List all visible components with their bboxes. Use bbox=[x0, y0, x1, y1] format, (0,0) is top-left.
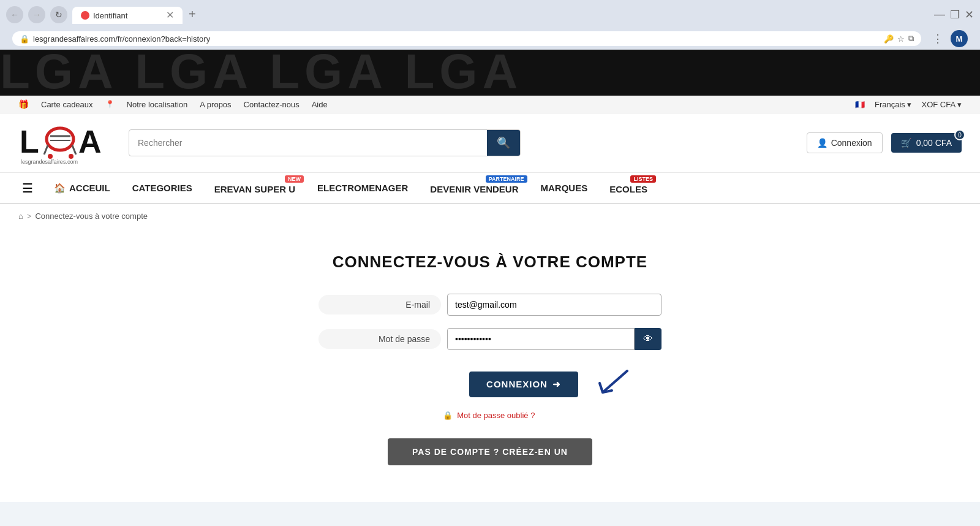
listes-badge: LISTES bbox=[630, 175, 656, 183]
forgot-password-text: Mot de passe oublié ? bbox=[457, 411, 535, 420]
create-account-button[interactable]: PAS DE COMPTE ? CRÉEZ-EN UN bbox=[388, 438, 592, 465]
tab-favicon bbox=[81, 11, 89, 20]
connexion-submit-row: CONNEXION ➜ bbox=[441, 365, 662, 403]
close-button[interactable]: ✕ bbox=[965, 8, 974, 21]
password-label: Mot de passe bbox=[318, 329, 441, 349]
login-section: CONNECTEZ-VOUS À VOTRE COMPTE E-mail Mot… bbox=[0, 228, 980, 502]
star-icon[interactable]: ☆ bbox=[897, 34, 905, 44]
nav-bar: ☰ 🏠 ACCEUIL CATEGORIES NEW EREVAN SUPER … bbox=[0, 173, 980, 204]
extensions-icon[interactable]: ⧉ bbox=[908, 34, 914, 44]
svg-text:A: A bbox=[78, 124, 102, 159]
lock-small-icon: 🔒 bbox=[443, 411, 453, 420]
svg-point-5 bbox=[69, 154, 74, 159]
home-breadcrumb[interactable]: ⌂ bbox=[18, 212, 23, 221]
logo-subtitle: lesgrandesaffaires.com bbox=[21, 159, 78, 165]
url-text[interactable]: lesgrandesaffaires.com/fr/connexion?back… bbox=[33, 34, 210, 44]
tab-close-button[interactable]: ✕ bbox=[166, 10, 174, 20]
currency-selector[interactable]: XOF CFA ▾ bbox=[921, 100, 962, 109]
refresh-button[interactable]: ↻ bbox=[50, 6, 67, 23]
address-bar[interactable]: 🔒 lesgrandesaffaires.com/fr/connexion?ba… bbox=[12, 31, 921, 46]
contact-link[interactable]: Contactez-nous bbox=[244, 100, 300, 109]
top-bar-right: 🇫🇷 Français ▾ XOF CFA ▾ bbox=[855, 100, 962, 109]
eye-icon: 👁 bbox=[643, 334, 653, 344]
svg-line-9 bbox=[603, 371, 627, 392]
nav-categories[interactable]: CATEGORIES bbox=[121, 174, 203, 202]
new-tab-button[interactable]: + bbox=[183, 5, 202, 24]
localisation-link[interactable]: Notre localisation bbox=[127, 100, 188, 109]
top-banner: LGA LGA LGA LGA bbox=[0, 50, 980, 96]
gift-icon: 🎁 bbox=[18, 99, 29, 109]
language-selector[interactable]: Français ▾ bbox=[875, 100, 911, 109]
arrow-pointer bbox=[597, 365, 633, 403]
connexion-arrow-icon: ➜ bbox=[552, 379, 561, 390]
banner-bg-text: LGA LGA LGA LGA bbox=[0, 50, 522, 96]
login-title: CONNECTEZ-VOUS À VOTRE COMPTE bbox=[12, 253, 968, 272]
cart-icon: 🛒 bbox=[901, 138, 911, 148]
pin-icon: 📍 bbox=[105, 100, 115, 109]
connexion-btn-label: CONNEXION bbox=[486, 379, 548, 389]
nav-electromenager[interactable]: ELECTROMENAGER bbox=[306, 174, 419, 202]
logo[interactable]: L A lesgrandesaffaires.com bbox=[18, 121, 116, 165]
tab-bar: Identifiant ✕ + bbox=[72, 5, 202, 24]
hamburger-menu[interactable]: ☰ bbox=[12, 173, 43, 203]
password-field-group: 👁 bbox=[447, 328, 662, 350]
create-account-label: PAS DE COMPTE ? CRÉEZ-EN UN bbox=[412, 447, 568, 457]
tab-title: Identifiant bbox=[93, 11, 127, 20]
aide-link[interactable]: Aide bbox=[312, 100, 328, 109]
address-bar-icons: 🔑 ☆ ⧉ bbox=[884, 34, 914, 44]
maximize-button[interactable]: ❐ bbox=[950, 8, 960, 21]
header: L A lesgrandesaffaires.com 🔍 bbox=[0, 113, 980, 173]
cart-badge: 0 bbox=[954, 129, 965, 140]
nav-marques[interactable]: MARQUES bbox=[530, 174, 599, 202]
user-icon: 👤 bbox=[817, 138, 827, 148]
browser-chrome: ← → ↻ Identifiant ✕ + — ❐ ✕ 🔒 lesgrandes… bbox=[0, 0, 980, 50]
apropos-link[interactable]: A propos bbox=[200, 100, 231, 109]
search-button[interactable]: 🔍 bbox=[487, 130, 520, 156]
lock-icon: 🔒 bbox=[20, 34, 29, 44]
carte-cadeaux-link[interactable]: Carte cadeaux bbox=[41, 100, 93, 109]
connexion-button[interactable]: 👤 Connexion bbox=[807, 132, 883, 153]
browser-window: LGA LGA LGA LGA 🎁 Carte cadeaux 📍 Notre … bbox=[0, 50, 980, 502]
nav-acceuil[interactable]: 🏠 ACCEUIL bbox=[43, 174, 121, 202]
svg-line-3 bbox=[72, 145, 76, 154]
email-row: E-mail bbox=[318, 294, 662, 316]
email-label: E-mail bbox=[318, 295, 441, 314]
user-avatar[interactable]: M bbox=[951, 30, 968, 47]
address-bar-row: 🔒 lesgrandesaffaires.com/fr/connexion?ba… bbox=[6, 28, 974, 50]
breadcrumb-separator: > bbox=[27, 212, 32, 221]
create-account-section: PAS DE COMPTE ? CRÉEZ-EN UN bbox=[12, 438, 968, 465]
home-icon: 🏠 bbox=[54, 183, 66, 194]
cart-total: 0,00 CFA bbox=[916, 138, 952, 148]
header-right: 👤 Connexion 0 🛒 0,00 CFA bbox=[807, 132, 962, 153]
nav-ecoles[interactable]: LISTES ECOLES bbox=[598, 173, 658, 203]
login-form: E-mail Mot de passe 👁 CONNEXION ➜ bbox=[318, 294, 662, 420]
top-bar-left: 🎁 Carte cadeaux 📍 Notre localisation A p… bbox=[18, 99, 328, 109]
new-badge: NEW bbox=[285, 175, 304, 183]
search-bar: 🔍 bbox=[129, 129, 521, 156]
forgot-password-link[interactable]: 🔒 Mot de passe oublié ? bbox=[318, 411, 662, 420]
password-input[interactable] bbox=[447, 328, 635, 350]
password-toggle-button[interactable]: 👁 bbox=[635, 328, 662, 350]
key-icon: 🔑 bbox=[884, 34, 894, 44]
breadcrumb-current: Connectez-vous à votre compte bbox=[35, 212, 148, 221]
active-tab[interactable]: Identifiant ✕ bbox=[72, 7, 183, 24]
password-row: Mot de passe 👁 bbox=[318, 328, 662, 350]
connexion-submit-button[interactable]: CONNEXION ➜ bbox=[469, 372, 578, 397]
svg-line-2 bbox=[44, 145, 48, 154]
top-bar: 🎁 Carte cadeaux 📍 Notre localisation A p… bbox=[0, 96, 980, 113]
back-button[interactable]: ← bbox=[6, 6, 23, 23]
forward-button[interactable]: → bbox=[28, 6, 45, 23]
email-input[interactable] bbox=[447, 294, 662, 316]
nav-erevan[interactable]: NEW EREVAN SUPER U bbox=[203, 173, 306, 203]
logo-svg: L A bbox=[18, 121, 116, 164]
svg-text:L: L bbox=[20, 124, 39, 159]
connexion-label: Connexion bbox=[831, 138, 872, 148]
minimize-button[interactable]: — bbox=[934, 8, 945, 21]
partenaire-badge: PARTENAIRE bbox=[486, 175, 527, 183]
search-input[interactable] bbox=[129, 132, 487, 154]
browser-menu-icon[interactable]: ⋮ bbox=[932, 32, 943, 45]
svg-point-4 bbox=[48, 154, 53, 159]
svg-point-1 bbox=[47, 128, 74, 150]
nav-vendeur[interactable]: PARTENAIRE DEVENIR VENDEUR bbox=[419, 173, 529, 203]
cart-button[interactable]: 0 🛒 0,00 CFA bbox=[891, 133, 962, 153]
